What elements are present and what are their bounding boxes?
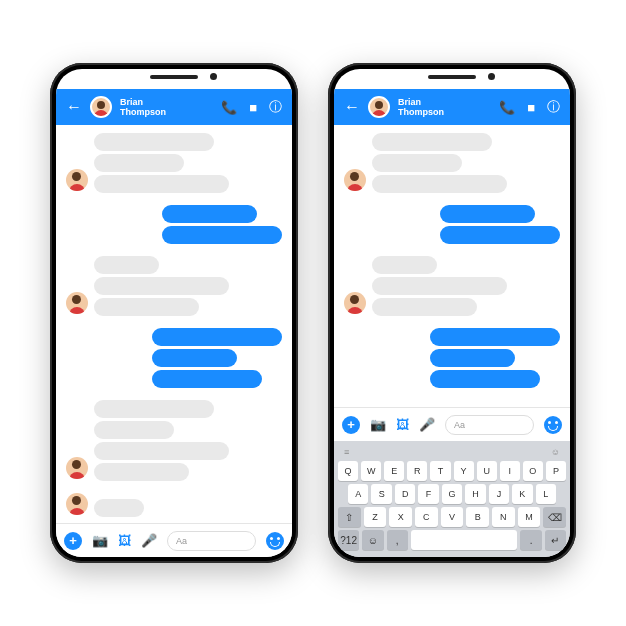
message-bubble[interactable] [372,175,507,193]
message-bubble[interactable] [94,400,214,418]
gallery-icon[interactable]: 🖼 [396,417,409,432]
key-r[interactable]: R [407,461,427,481]
key-f[interactable]: F [418,484,438,504]
key-t[interactable]: T [430,461,450,481]
emoji-icon[interactable] [266,532,284,550]
key-,[interactable]: , [387,530,408,550]
key-⌫[interactable]: ⌫ [543,507,566,527]
key-g[interactable]: G [442,484,462,504]
message-bubble[interactable] [94,298,199,316]
info-icon[interactable]: ⓘ [269,98,282,116]
message-input[interactable]: Aa [445,415,534,435]
key-u[interactable]: U [477,461,497,481]
key-i[interactable]: I [500,461,520,481]
message-bubble[interactable] [440,226,560,244]
key-o[interactable]: O [523,461,543,481]
message-bubble[interactable] [94,421,174,439]
add-button[interactable]: + [342,416,360,434]
key-m[interactable]: M [518,507,541,527]
key-l[interactable]: L [536,484,556,504]
message-bubble[interactable] [430,349,515,367]
call-icon[interactable]: 📞 [221,100,237,115]
message-bubble[interactable] [94,463,189,481]
sender-avatar[interactable] [66,169,88,191]
key-n[interactable]: N [492,507,515,527]
key-c[interactable]: C [415,507,438,527]
message-list[interactable] [334,125,570,407]
message-bubble[interactable] [430,370,540,388]
contact-name[interactable]: BrianThompson [120,97,209,117]
message-bubble[interactable] [162,226,282,244]
message-bubble[interactable] [440,205,535,223]
key-v[interactable]: V [441,507,464,527]
key-e[interactable]: E [384,461,404,481]
sender-avatar[interactable] [66,457,88,479]
camera-icon[interactable]: 📷 [370,417,386,432]
message-bubble[interactable] [152,328,282,346]
sender-avatar[interactable] [66,493,88,515]
message-bubble[interactable] [94,175,229,193]
message-bubble[interactable] [94,133,214,151]
key-.[interactable]: . [520,530,541,550]
screen: ← BrianThompson 📞 ■ ⓘ + 📷 🖼 🎤 Aa [56,69,292,557]
contact-avatar[interactable] [90,96,112,118]
composer: + 📷 🖼 🎤 Aa [334,407,570,441]
message-group [66,256,282,316]
video-icon[interactable]: ■ [249,100,257,115]
back-icon[interactable]: ← [344,99,360,115]
info-icon[interactable]: ⓘ [547,98,560,116]
camera-icon[interactable]: 📷 [92,533,108,548]
keyboard: ≡ ☺ QWERTYUIOP ASDFGHJKL ⇧ZXCVBNM⌫ ?12☺,… [334,441,570,557]
message-bubble[interactable] [162,205,257,223]
call-icon[interactable]: 📞 [499,100,515,115]
video-icon[interactable]: ■ [527,100,535,115]
message-bubble[interactable] [94,154,184,172]
sender-avatar[interactable] [66,292,88,314]
message-bubble[interactable] [94,442,229,460]
message-bubble[interactable] [372,298,477,316]
keyboard-menu-icon[interactable]: ≡ [344,447,349,457]
key-d[interactable]: D [395,484,415,504]
key-⇧[interactable]: ⇧ [338,507,361,527]
message-bubble[interactable] [152,349,237,367]
message-bubble[interactable] [430,328,560,346]
message-bubble[interactable] [372,256,437,274]
key-b[interactable]: B [466,507,489,527]
mic-icon[interactable]: 🎤 [419,417,435,432]
key-k[interactable]: K [512,484,532,504]
sender-avatar[interactable] [344,292,366,314]
keyboard-emoji-icon[interactable]: ☺ [551,447,560,457]
key-q[interactable]: Q [338,461,358,481]
key-space[interactable] [411,530,518,550]
message-bubble[interactable] [152,370,262,388]
message-bubble[interactable] [372,277,507,295]
back-icon[interactable]: ← [66,99,82,115]
key-w[interactable]: W [361,461,381,481]
mic-icon[interactable]: 🎤 [141,533,157,548]
key-x[interactable]: X [389,507,412,527]
message-bubble[interactable] [372,154,462,172]
message-list[interactable] [56,125,292,523]
message-bubble[interactable] [372,133,492,151]
key-↵[interactable]: ↵ [545,530,566,550]
phone-right: ← BrianThompson 📞 ■ ⓘ + 📷 🖼 🎤 Aa ≡ ☺ QWE… [328,63,576,563]
key-j[interactable]: J [489,484,509,504]
emoji-icon[interactable] [544,416,562,434]
contact-avatar[interactable] [368,96,390,118]
sender-avatar[interactable] [344,169,366,191]
key-☺[interactable]: ☺ [362,530,383,550]
message-bubble[interactable] [94,277,229,295]
key-y[interactable]: Y [454,461,474,481]
message-bubble[interactable] [94,256,159,274]
key-p[interactable]: P [546,461,566,481]
key-z[interactable]: Z [364,507,387,527]
message-bubble[interactable] [94,499,144,517]
add-button[interactable]: + [64,532,82,550]
key-a[interactable]: A [348,484,368,504]
gallery-icon[interactable]: 🖼 [118,533,131,548]
key-s[interactable]: S [371,484,391,504]
key-h[interactable]: H [465,484,485,504]
message-input[interactable]: Aa [167,531,256,551]
key-?12[interactable]: ?12 [338,530,359,550]
contact-name[interactable]: BrianThompson [398,97,487,117]
